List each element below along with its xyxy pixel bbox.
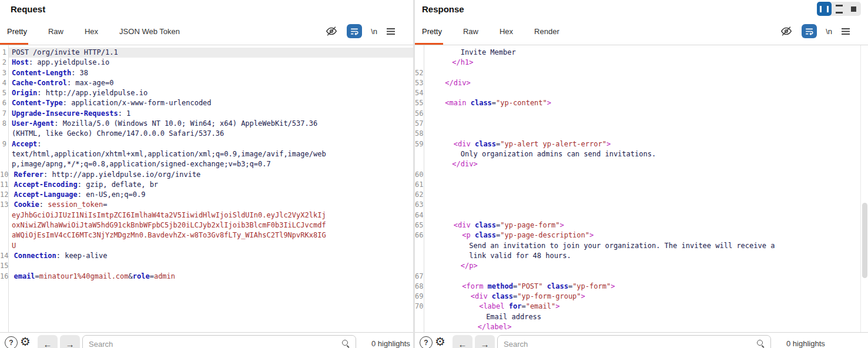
line-number: 66 [415, 230, 423, 240]
code-line: 11Accept-Encoding: gzip, deflate, br [0, 180, 413, 190]
code-line: 2Host: app.yieldpulse.io [0, 58, 413, 68]
line-number: 58 [415, 129, 423, 139]
code-line: 1POST /org/invite HTTP/1.1 [0, 48, 413, 58]
tab-raw[interactable]: Raw [463, 18, 478, 45]
help-icon[interactable]: ? [420, 336, 433, 348]
tab-json-web-token[interactable]: JSON Web Token [119, 18, 180, 45]
line-number: 55 [415, 98, 423, 108]
line-number: 12 [0, 190, 8, 200]
response-tab-bar: PrettyRawHexRender \n [415, 18, 868, 45]
line-number [415, 58, 422, 68]
code-line: 70 <label for="email"> [415, 302, 868, 312]
code-line: 67 [415, 272, 868, 282]
line-number: 4 [0, 78, 6, 88]
code-line: 12Accept-Language: en-US,en;q=0.9 [0, 190, 413, 200]
code-line: 15 [0, 261, 413, 271]
line-number: 57 [415, 119, 423, 129]
settings-gear-icon[interactable]: ⚙ [20, 334, 31, 348]
response-editor[interactable]: Invite Member </h1>5253 </div>5455 <main… [415, 45, 868, 332]
response-search-box [497, 335, 771, 348]
request-editor-toolbar: \n [325, 24, 413, 38]
editor-menu-hamburger-icon[interactable] [386, 28, 396, 35]
code-line: 55 <main class="yp-content"> [415, 98, 868, 108]
burp-message-editor: Request PrettyRawHexJSON Web Token \n 1P… [0, 0, 868, 348]
line-number [415, 251, 422, 261]
layout-rows-button[interactable] [832, 2, 846, 16]
request-search-input[interactable] [82, 335, 356, 348]
line-number: 8 [0, 119, 6, 129]
code-line: p,image/apng,*/*;q=0.8,application/signe… [0, 159, 413, 169]
line-number: 14 [0, 251, 8, 261]
tab-render[interactable]: Render [534, 18, 559, 45]
line-number: 10 [0, 170, 8, 180]
line-number [0, 220, 6, 230]
response-search-input[interactable] [497, 335, 771, 348]
code-line: 4Cache-Control: max-age=0 [0, 78, 413, 88]
line-number: 62 [415, 190, 423, 200]
code-line: 53 </div> [415, 78, 868, 88]
line-number: 69 [415, 292, 423, 302]
code-line: 58 [415, 129, 868, 139]
line-number: 6 [0, 98, 6, 108]
code-line: text/html,application/xhtml+xml,applicat… [0, 149, 413, 159]
show-newlines-icon[interactable]: \n [371, 27, 377, 36]
code-line: Email address [415, 312, 868, 322]
line-number [415, 48, 422, 58]
line-number [415, 322, 422, 332]
word-wrap-toggle-icon[interactable] [802, 24, 817, 38]
word-wrap-toggle-icon[interactable] [347, 24, 362, 38]
response-title-row: Response [415, 0, 868, 18]
next-match-button[interactable]: → [60, 335, 80, 348]
code-line: Send an invitation to join your organiza… [415, 241, 868, 251]
code-line: 10Referer: http://app.yieldpulse.io/org/… [0, 170, 413, 180]
tab-raw[interactable]: Raw [48, 18, 63, 45]
editor-menu-hamburger-icon[interactable] [841, 28, 850, 35]
response-tabs: PrettyRawHexRender [415, 18, 581, 45]
scrollbar-thumb[interactable] [862, 203, 867, 278]
hide-highlights-eye-off-icon[interactable] [325, 25, 338, 38]
line-number: 60 [415, 170, 423, 180]
tab-hex[interactable]: Hex [85, 18, 98, 45]
layout-columns-button[interactable] [817, 2, 832, 16]
code-line: 54 [415, 88, 868, 98]
response-panel: Response PrettyRawHexRender \n [415, 0, 868, 348]
line-number: 13 [0, 200, 8, 210]
line-number: 15 [0, 261, 8, 271]
code-line: Only organization admins can send invita… [415, 149, 868, 159]
line-number: 61 [415, 180, 423, 190]
line-number: 65 [415, 220, 423, 230]
tab-pretty[interactable]: Pretty [7, 18, 27, 45]
line-number: 63 [415, 200, 423, 210]
code-line: 16email=minatour1%40gmail.com&role=admin [0, 272, 413, 282]
line-number [0, 159, 6, 169]
code-line: 61 [415, 180, 868, 190]
line-number [415, 149, 422, 159]
help-icon[interactable]: ? [5, 336, 18, 348]
tab-pretty[interactable]: Pretty [422, 18, 442, 45]
request-search-footer: ? ⚙ ← → 0 highlights [0, 332, 413, 348]
code-line: 56 [415, 109, 868, 119]
request-code: 1POST /org/invite HTTP/1.12Host: app.yie… [0, 48, 413, 282]
hide-highlights-eye-off-icon[interactable] [780, 25, 793, 38]
line-number: 70 [415, 302, 423, 312]
tab-hex[interactable]: Hex [500, 18, 513, 45]
code-line: </h1> [415, 58, 868, 68]
code-line: 65 <div class="yp-page-form"> [415, 220, 868, 230]
request-editor[interactable]: 1POST /org/invite HTTP/1.12Host: app.yie… [0, 45, 413, 332]
request-search-box [82, 335, 356, 348]
code-line: oxNiwiZWlhaWwiOiJtaW5hdG91ckBnbWFpbC5jb2… [0, 220, 413, 230]
layout-single-button[interactable] [846, 2, 861, 16]
code-line: 59 <div class="yp-alert yp-alert-error"> [415, 139, 868, 149]
line-number: 11 [0, 180, 8, 190]
code-line: </div> [415, 159, 868, 169]
show-newlines-icon[interactable]: \n [826, 27, 832, 36]
layout-switcher [817, 2, 861, 16]
next-match-button[interactable]: → [475, 335, 495, 348]
settings-gear-icon[interactable]: ⚙ [435, 334, 445, 348]
search-icon [757, 340, 765, 348]
line-number: 1 [0, 48, 6, 58]
code-line: 52 [415, 68, 868, 78]
previous-match-button[interactable]: ← [453, 335, 472, 348]
code-line: 63 [415, 200, 868, 210]
previous-match-button[interactable]: ← [38, 335, 58, 348]
